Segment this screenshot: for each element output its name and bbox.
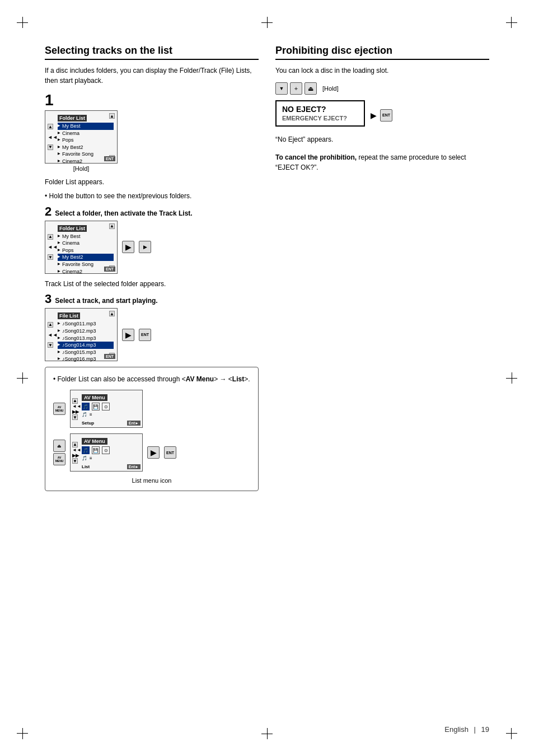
next-arrow-step2[interactable]: ▶: [122, 241, 134, 253]
av-icon-1c: ⊙: [102, 403, 110, 410]
file-song013: ♪Song013.mp3: [58, 335, 114, 342]
cd-left-scroll-1: ▲ ◄◄ ▼: [48, 124, 58, 150]
footer-page-number: 19: [481, 725, 489, 734]
av-nav-1: 🎵 ≡: [82, 412, 139, 417]
left-double-arrow-1: ◄◄: [48, 134, 58, 140]
folder-item-cinema-2: Cinema: [58, 240, 114, 247]
up-right-3[interactable]: ▲: [109, 311, 115, 316]
folder-item-cinema-1: Cinema: [58, 130, 114, 137]
step-3-number: 3: [45, 293, 51, 305]
no-eject-area: NO EJECT? EMERGENCY EJECT? ▶ ENT: [275, 100, 489, 130]
up-scroll-3[interactable]: ▲: [48, 322, 53, 328]
cd-right-scroll-1: ▲ ▼: [109, 113, 115, 161]
av-ent-2[interactable]: Ent►: [127, 464, 140, 469]
left-section-desc: If a disc includes folders, you can disp…: [45, 66, 259, 86]
av-down-1[interactable]: ▼: [72, 414, 78, 420]
no-eject-label: NO EJECT?: [282, 105, 358, 114]
left-column: Selecting tracks on the list If a disc i…: [45, 45, 259, 722]
corner-mark-br: [500, 722, 517, 739]
eject-top-btn[interactable]: ⏏: [305, 82, 317, 95]
folder-item-mybest-2: My Best: [58, 233, 114, 240]
eject-btn-2[interactable]: ⏏: [53, 440, 65, 452]
file-list-title-3: File List: [58, 312, 80, 319]
av-next-2: ▶▶: [72, 453, 81, 458]
step-3-container: 3 Select a track, and start playing. ▲ ◄…: [45, 293, 259, 361]
cd-right-scroll-2: ▲ ▼: [109, 223, 115, 271]
av-eq-2: ≡: [90, 456, 92, 461]
av-icon-2b: 💾: [92, 446, 100, 454]
crosshair-right: [506, 372, 517, 384]
hold-controls-area: ▼ + ⏏ [Hold]: [275, 82, 489, 95]
ent-no-eject[interactable]: ENT: [380, 109, 392, 122]
up-right-1[interactable]: ▲: [109, 113, 115, 119]
footer-separator: |: [474, 725, 476, 734]
ent-btn-1[interactable]: ENT: [104, 156, 115, 161]
av-icons-2: 🎵 💾 ⊙: [82, 446, 139, 454]
step-2-container: 2 Select a folder, then activate the Tra…: [45, 206, 259, 289]
av-icon-1a: 🎵: [82, 403, 90, 410]
av-nav-2: 🎵 ≡: [82, 456, 139, 461]
av-title-2: AV Menu: [82, 438, 107, 445]
down-scroll-3[interactable]: ▼: [48, 342, 53, 348]
av-menu-diagram-2: ⏏ AVMENU ▲ ◄◄ ▶▶ ▼ AV Menu 🎵 💾 ⊙: [53, 433, 250, 472]
vol-group: ▼: [275, 82, 288, 95]
av-menu-btn-2[interactable]: AVMENU: [53, 453, 65, 465]
next-arrow-av2[interactable]: ▶: [147, 446, 160, 459]
crosshair-left: [17, 372, 28, 384]
av-left-1: ▲ ◄◄ ▶▶ ▼: [72, 398, 81, 421]
page-footer: English | 19: [444, 725, 489, 734]
av-unit-2: ▲ ◄◄ ▶▶ ▼ AV Menu 🎵 💾 ⊙ 🎵 ≡: [70, 433, 143, 472]
corner-mark-bl: [17, 722, 34, 739]
av-music-1: 🎵: [82, 412, 87, 417]
left-double-arrow-3: ◄◄: [48, 332, 58, 338]
cd-left-scroll-2: ▲ ◄◄ ▼: [48, 234, 58, 260]
ent-btn-2[interactable]: ENT: [104, 267, 115, 272]
av-menu-btn-1[interactable]: AVMENU: [53, 403, 65, 415]
no-eject-box: NO EJECT? EMERGENCY EJECT?: [275, 100, 365, 127]
up-scroll-1[interactable]: ▲: [48, 124, 53, 129]
step-1-note2: • Hold the button to see the next/previo…: [45, 192, 259, 201]
av-up-2[interactable]: ▲: [72, 442, 78, 447]
no-eject-right: ▶ ENT: [371, 109, 392, 122]
right-section-desc: You can lock a disc in the loading slot.: [275, 66, 489, 76]
note-bullet: • Folder List can also be accessed throu…: [53, 375, 250, 383]
av-ent-1[interactable]: Ent►: [127, 421, 140, 426]
av-setup-label-1: Setup: [82, 421, 94, 426]
next-arrow-step3[interactable]: ▶: [122, 329, 134, 341]
step-2-device: ▲ ◄◄ ▼ Folder List My Best Cinema Pops M…: [45, 221, 259, 274]
ent-icon-av2[interactable]: ENT: [164, 446, 176, 459]
footer-language: English: [444, 725, 469, 734]
up-right-2[interactable]: ▲: [109, 223, 115, 229]
hold-btn-group: ▼ + ⏏: [275, 82, 317, 95]
av-title-1: AV Menu: [82, 394, 107, 401]
ent-icon-step3[interactable]: ENT: [139, 329, 151, 341]
plus-btn[interactable]: +: [290, 82, 302, 95]
cd-unit-step3: ▲ ◄◄ ▼ File List ♪Song011.mp3 ♪Song012.m…: [45, 308, 118, 361]
cd-unit-step2: ▲ ◄◄ ▼ Folder List My Best Cinema Pops M…: [45, 221, 118, 274]
vol-down-btn[interactable]: ▼: [275, 82, 288, 95]
step-2-label: Select a folder, then activate the Track…: [55, 209, 192, 217]
file-song011: ♪Song011.mp3: [58, 320, 114, 328]
crosshair-top: [261, 17, 273, 28]
folder-item-mybest2-1: My Best2: [58, 144, 114, 151]
step-2-number: 2: [45, 206, 51, 218]
file-song012: ♪Song012.mp3: [58, 328, 114, 335]
emergency-eject-label: EMERGENCY EJECT?: [282, 115, 347, 122]
step-3-label: Select a track, and start playing.: [55, 297, 157, 305]
av-up-1[interactable]: ▲: [72, 398, 78, 404]
corner-mark-tl: [17, 17, 34, 34]
up-scroll-2[interactable]: ▲: [48, 234, 53, 240]
av-down-2[interactable]: ▼: [72, 458, 78, 464]
cancel-note-bold: To cancel the prohibition,: [275, 153, 357, 161]
hold-label-right: [Hold]: [322, 85, 339, 92]
step-2-note: Track List of the selected folder appear…: [45, 279, 259, 289]
step-3-device: ▲ ◄◄ ▼ File List ♪Song011.mp3 ♪Song012.m…: [45, 308, 259, 361]
folder-item-mybest2-2: My Best2: [58, 254, 114, 261]
note-box: • Folder List can also be accessed throu…: [45, 367, 259, 491]
ent-btn-3[interactable]: ENT: [104, 354, 115, 359]
folder-list-title-2: Folder List: [58, 225, 87, 232]
folder-list-title-1: Folder List: [58, 115, 87, 122]
down-scroll-2[interactable]: ▼: [48, 254, 53, 260]
down-scroll-1[interactable]: ▼: [48, 144, 53, 150]
appears-note: “No Eject” appears.: [275, 136, 489, 143]
